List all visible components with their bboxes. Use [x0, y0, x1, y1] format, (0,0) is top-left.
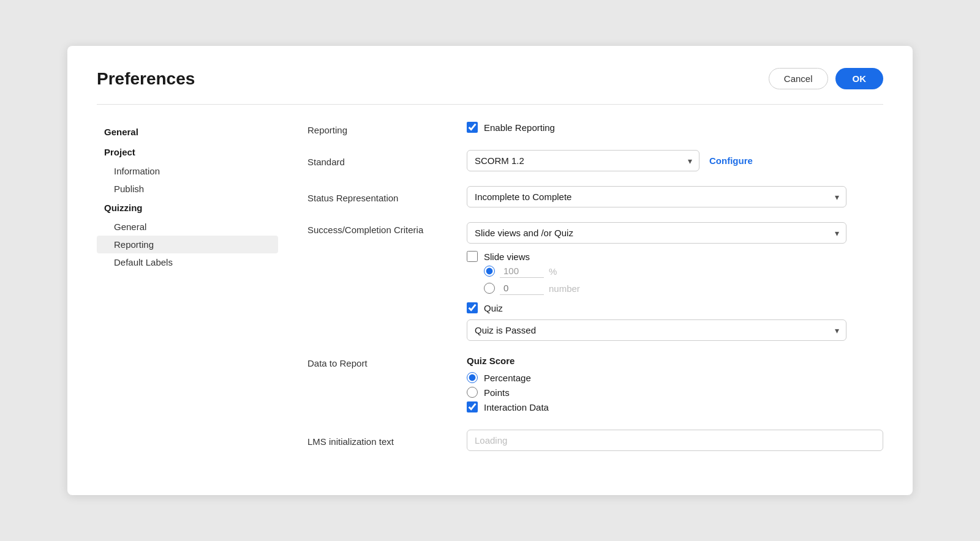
ok-button[interactable]: OK	[835, 68, 884, 89]
points-radio[interactable]	[467, 387, 478, 398]
quiz-score-title: Quiz Score	[467, 356, 883, 366]
data-report-row: Data to Report Quiz Score Percentage Poi…	[307, 356, 883, 415]
nested-controls: Slide views % number	[467, 251, 883, 341]
configure-link[interactable]: Configure	[709, 155, 753, 166]
criteria-select[interactable]: Slide views and /or Quiz Slide views onl…	[467, 222, 846, 244]
percentage-radio-row: Percentage	[467, 372, 883, 383]
header-divider	[97, 104, 883, 105]
status-representation-label: Status Representation	[307, 190, 467, 203]
status-representation-row: Status Representation Incomplete to Comp…	[307, 186, 883, 207]
content-area: General Project Information Publish Quiz…	[97, 122, 883, 466]
sidebar-item-publish[interactable]: Publish	[97, 180, 278, 198]
slide-views-checkbox[interactable]	[467, 251, 478, 262]
slide-views-label: Slide views	[484, 252, 530, 262]
percentage-input-group: %	[484, 264, 883, 278]
status-control: Incomplete to Complete Passed/Failed Pas…	[467, 186, 883, 207]
status-select[interactable]: Incomplete to Complete Passed/Failed Pas…	[467, 186, 846, 207]
criteria-label: Success/Completion Criteria	[307, 222, 467, 235]
status-select-wrapper: Incomplete to Complete Passed/Failed Pas…	[467, 186, 846, 207]
quiz-dropdown: Quiz is Passed Quiz is Completed Quiz is…	[467, 319, 883, 341]
lms-init-control	[467, 430, 883, 451]
points-radio-row: Points	[467, 387, 883, 398]
interaction-data-row: Interaction Data	[467, 401, 883, 412]
percentage-option-label: Percentage	[484, 373, 531, 383]
criteria-row: Success/Completion Criteria Slide views …	[307, 222, 883, 341]
quiz-row: Quiz	[467, 302, 883, 313]
reporting-row: Reporting Enable Reporting	[307, 122, 883, 135]
standard-control: SCORM 1.2 SCORM 2004 AICC xAPI ▾ Configu…	[467, 150, 883, 171]
enable-reporting-row: Enable Reporting	[467, 122, 883, 133]
criteria-select-wrapper: Slide views and /or Quiz Slide views onl…	[467, 222, 846, 244]
sidebar: General Project Information Publish Quiz…	[97, 122, 293, 466]
dialog-header: Preferences Cancel OK	[97, 68, 883, 89]
sidebar-item-general[interactable]: General	[97, 122, 278, 142]
quiz-select-wrapper: Quiz is Passed Quiz is Completed Quiz is…	[467, 319, 846, 341]
interaction-data-label: Interaction Data	[484, 402, 549, 412]
reporting-control: Enable Reporting	[467, 122, 883, 135]
data-report-control: Quiz Score Percentage Points Interaction…	[467, 356, 883, 415]
header-buttons: Cancel OK	[769, 68, 883, 89]
number-label: number	[549, 283, 580, 294]
sidebar-item-quizzing-general[interactable]: General	[97, 218, 278, 236]
number-input[interactable]	[500, 282, 544, 295]
slide-views-row: Slide views	[467, 251, 883, 262]
interaction-data-checkbox[interactable]	[467, 401, 478, 412]
standard-select-wrapper: SCORM 1.2 SCORM 2004 AICC xAPI ▾	[467, 150, 699, 171]
sidebar-item-information[interactable]: Information	[97, 162, 278, 180]
slide-percent-radio[interactable]	[484, 266, 495, 277]
enable-reporting-label: Enable Reporting	[484, 122, 555, 133]
standard-select-group: SCORM 1.2 SCORM 2004 AICC xAPI ▾ Configu…	[467, 150, 883, 171]
sidebar-item-project[interactable]: Project	[97, 142, 278, 162]
standard-select[interactable]: SCORM 1.2 SCORM 2004 AICC xAPI	[467, 150, 699, 171]
main-content: Reporting Enable Reporting Standard SCOR…	[293, 122, 883, 466]
percentage-input[interactable]	[500, 264, 544, 278]
reporting-label: Reporting	[307, 122, 467, 135]
points-option-label: Points	[484, 387, 510, 398]
quiz-label: Quiz	[484, 303, 503, 313]
lms-init-input[interactable]	[467, 430, 883, 451]
sidebar-item-reporting[interactable]: Reporting	[97, 236, 278, 253]
standard-label: Standard	[307, 154, 467, 167]
number-input-group: number	[484, 282, 883, 295]
percentage-radio[interactable]	[467, 372, 478, 383]
lms-init-label: LMS initialization text	[307, 434, 467, 447]
sidebar-item-default-labels[interactable]: Default Labels	[97, 253, 278, 271]
data-report-label: Data to Report	[307, 356, 467, 368]
cancel-button[interactable]: Cancel	[769, 68, 828, 89]
preferences-dialog: Preferences Cancel OK General Project In…	[67, 46, 913, 495]
percent-symbol: %	[549, 266, 557, 277]
enable-reporting-checkbox[interactable]	[467, 122, 478, 133]
sidebar-item-quizzing[interactable]: Quizzing	[97, 198, 278, 218]
quiz-section: Quiz Quiz is Passed Quiz is Completed Qu…	[467, 302, 883, 341]
dialog-title: Preferences	[97, 69, 195, 89]
quiz-select[interactable]: Quiz is Passed Quiz is Completed Quiz is…	[467, 319, 846, 341]
criteria-control: Slide views and /or Quiz Slide views onl…	[467, 222, 883, 341]
lms-init-row: LMS initialization text	[307, 430, 883, 451]
quiz-checkbox[interactable]	[467, 302, 478, 313]
standard-row: Standard SCORM 1.2 SCORM 2004 AICC xAPI …	[307, 150, 883, 171]
slide-number-radio[interactable]	[484, 283, 495, 294]
